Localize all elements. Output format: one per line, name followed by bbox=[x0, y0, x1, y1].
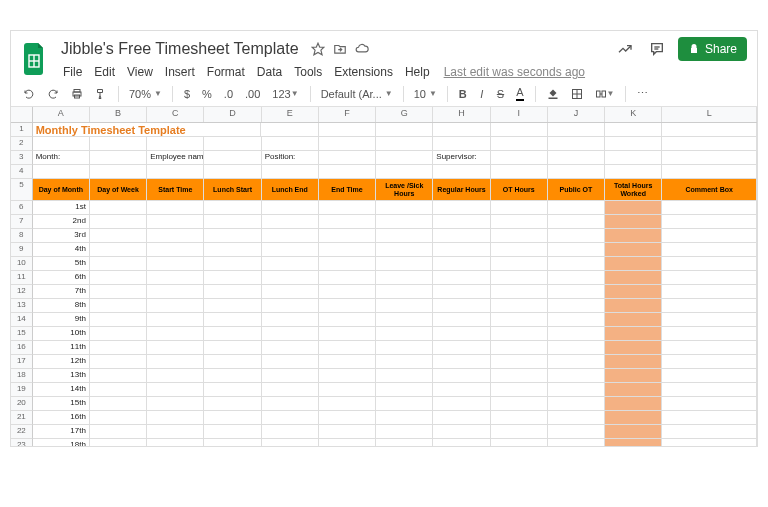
cell[interactable] bbox=[491, 355, 548, 369]
cell[interactable] bbox=[662, 411, 757, 425]
cell[interactable] bbox=[204, 151, 261, 165]
cell[interactable] bbox=[491, 123, 548, 137]
cell[interactable] bbox=[90, 369, 147, 383]
cell[interactable] bbox=[548, 327, 605, 341]
row-header[interactable]: 2 bbox=[11, 137, 33, 151]
cell[interactable] bbox=[319, 341, 376, 355]
cell[interactable] bbox=[548, 201, 605, 215]
cell[interactable] bbox=[662, 165, 757, 179]
cell[interactable] bbox=[433, 383, 490, 397]
cell[interactable] bbox=[433, 165, 490, 179]
cell[interactable] bbox=[433, 313, 490, 327]
cell[interactable]: 4th bbox=[33, 243, 90, 257]
zoom-select[interactable]: 70%▼ bbox=[126, 87, 165, 101]
cell[interactable] bbox=[376, 327, 433, 341]
cell[interactable] bbox=[433, 299, 490, 313]
column-header-cell[interactable]: Lunch Start bbox=[204, 179, 261, 201]
cell[interactable] bbox=[662, 151, 757, 165]
cell[interactable] bbox=[376, 285, 433, 299]
cell[interactable] bbox=[433, 201, 490, 215]
cell[interactable] bbox=[147, 313, 204, 327]
cell[interactable] bbox=[33, 165, 90, 179]
currency-button[interactable]: $ bbox=[180, 86, 194, 102]
cell[interactable] bbox=[605, 411, 662, 425]
menu-view[interactable]: View bbox=[121, 63, 159, 81]
menu-insert[interactable]: Insert bbox=[159, 63, 201, 81]
cell[interactable] bbox=[90, 439, 147, 446]
last-edit-link[interactable]: Last edit was seconds ago bbox=[444, 65, 585, 79]
cell[interactable] bbox=[491, 151, 548, 165]
cell[interactable] bbox=[548, 257, 605, 271]
cell[interactable] bbox=[262, 271, 319, 285]
cell[interactable] bbox=[262, 257, 319, 271]
cell[interactable] bbox=[376, 151, 433, 165]
cell[interactable] bbox=[491, 439, 548, 446]
row-header[interactable]: 9 bbox=[11, 243, 33, 257]
cell[interactable] bbox=[147, 243, 204, 257]
cell[interactable] bbox=[433, 369, 490, 383]
menu-tools[interactable]: Tools bbox=[288, 63, 328, 81]
menu-help[interactable]: Help bbox=[399, 63, 436, 81]
cell[interactable] bbox=[90, 165, 147, 179]
cell[interactable]: 17th bbox=[33, 425, 90, 439]
more-toolbar-button[interactable]: ⋯ bbox=[633, 85, 652, 102]
cell[interactable] bbox=[548, 299, 605, 313]
cell[interactable] bbox=[605, 243, 662, 257]
cell[interactable] bbox=[662, 313, 757, 327]
cell[interactable]: Employee name: bbox=[147, 151, 204, 165]
cell[interactable] bbox=[262, 285, 319, 299]
cell[interactable]: 15th bbox=[33, 397, 90, 411]
cell[interactable] bbox=[662, 285, 757, 299]
cell[interactable] bbox=[376, 299, 433, 313]
strike-button[interactable]: S bbox=[493, 86, 508, 102]
cell[interactable] bbox=[376, 313, 433, 327]
cell[interactable] bbox=[319, 215, 376, 229]
cell[interactable]: 3rd bbox=[33, 229, 90, 243]
cell[interactable] bbox=[548, 229, 605, 243]
cell[interactable] bbox=[376, 271, 433, 285]
cell[interactable] bbox=[319, 369, 376, 383]
decrease-decimal-button[interactable]: .0 bbox=[220, 86, 237, 102]
cell[interactable] bbox=[662, 243, 757, 257]
cell[interactable] bbox=[376, 243, 433, 257]
cell[interactable] bbox=[147, 355, 204, 369]
text-color-button[interactable]: A bbox=[512, 84, 527, 103]
cell[interactable] bbox=[262, 137, 319, 151]
cell[interactable] bbox=[147, 383, 204, 397]
cell[interactable] bbox=[204, 425, 261, 439]
cell[interactable] bbox=[605, 425, 662, 439]
cell[interactable] bbox=[491, 215, 548, 229]
cell[interactable] bbox=[147, 285, 204, 299]
cell[interactable] bbox=[147, 165, 204, 179]
cell[interactable] bbox=[319, 383, 376, 397]
cell[interactable] bbox=[90, 425, 147, 439]
cell[interactable] bbox=[147, 229, 204, 243]
activity-icon[interactable] bbox=[614, 38, 636, 60]
cell[interactable] bbox=[319, 425, 376, 439]
cell[interactable]: 2nd bbox=[33, 215, 90, 229]
cell[interactable] bbox=[319, 123, 376, 137]
row-header[interactable]: 14 bbox=[11, 313, 33, 327]
cell[interactable] bbox=[433, 257, 490, 271]
menu-file[interactable]: File bbox=[57, 63, 88, 81]
cell[interactable] bbox=[376, 137, 433, 151]
cell[interactable]: 14th bbox=[33, 383, 90, 397]
cell[interactable] bbox=[376, 123, 433, 137]
column-header-cell[interactable]: Public OT bbox=[548, 179, 605, 201]
cell[interactable] bbox=[433, 327, 490, 341]
cell[interactable] bbox=[262, 439, 319, 446]
col-header[interactable]: J bbox=[548, 107, 605, 122]
cell[interactable] bbox=[605, 285, 662, 299]
cell[interactable] bbox=[605, 123, 662, 137]
col-header[interactable]: E bbox=[262, 107, 319, 122]
cell[interactable] bbox=[204, 257, 261, 271]
row-header[interactable]: 5 bbox=[11, 179, 33, 201]
cell[interactable] bbox=[262, 327, 319, 341]
cell[interactable] bbox=[90, 397, 147, 411]
cell[interactable] bbox=[605, 327, 662, 341]
cell[interactable] bbox=[204, 285, 261, 299]
cell[interactable] bbox=[262, 355, 319, 369]
cell[interactable]: 1st bbox=[33, 201, 90, 215]
cell[interactable] bbox=[147, 397, 204, 411]
borders-button[interactable] bbox=[567, 86, 587, 102]
